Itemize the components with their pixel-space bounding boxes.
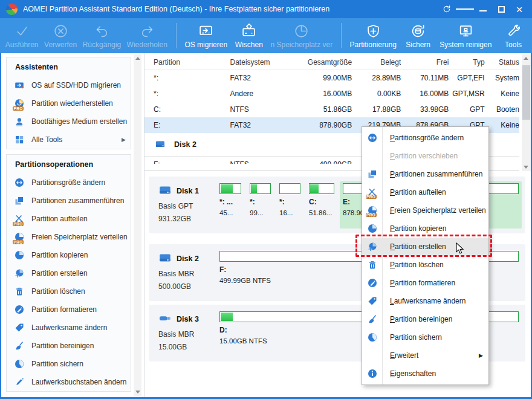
sidebar-item-label: Partition bereinigen xyxy=(31,342,94,350)
context-menu-item-partitionen-zusammenf-hren[interactable]: Partitionen zusammenführen xyxy=(362,165,488,183)
table-scrollbar[interactable] xyxy=(522,54,531,171)
toolbar-button-sichern[interactable]: Sichern xyxy=(400,19,437,53)
sidebar-item-partition-formatieren[interactable]: Partition formatieren xyxy=(7,300,131,319)
partition-block-[interactable]: *:99... xyxy=(247,181,274,229)
context-menu-item-partitionsgr-e-ndern[interactable]: Partitionsgröße ändern xyxy=(362,129,488,147)
merge-partitions-icon xyxy=(368,169,377,179)
table-row-[interactable]: *:Andere16.00MB0.00KB16.00MBGPT,MSRKeine xyxy=(144,86,519,102)
minimize-button[interactable] xyxy=(474,1,492,18)
sidebar-item-freien-speicherplatz-verteilen[interactable]: PROFreien Speicherplatz verteilen xyxy=(7,228,131,246)
sidebar-item-partition-sichern[interactable]: Partition sichern xyxy=(7,355,131,373)
sidebar-item-label: Partition aufteilen xyxy=(31,215,88,223)
column-header-used[interactable]: Belegt xyxy=(352,58,401,66)
sidebar-item-partition-bereinigen[interactable]: Partition bereinigen xyxy=(7,337,131,355)
partition-label: *: xyxy=(250,198,271,206)
toolbar-button-label: Ausführen xyxy=(5,41,39,49)
sidebar-item-partitionsgr-e-ndern[interactable]: Partitionsgröße ändern xyxy=(7,174,131,192)
sidebar-item-bootf-higes-medium-erstellen[interactable]: Bootfähiges Medium erstellen xyxy=(7,112,131,131)
column-header-status[interactable]: Status xyxy=(485,58,519,66)
sidebar-item-partition-l-schen[interactable]: Partition löschen xyxy=(7,282,131,300)
context-menu-item-label: Partition bereinigen xyxy=(382,315,452,323)
toolbar-button-partitionierung[interactable]: Partitionierung xyxy=(347,19,400,53)
sidebar-item-partition-kopieren[interactable]: Partition kopieren xyxy=(7,246,131,264)
change-label-icon xyxy=(368,296,377,306)
cell-partition: *: xyxy=(154,89,230,98)
sidebar-section-title: Partitionsoperationen xyxy=(7,155,131,174)
maximize-button[interactable] xyxy=(492,1,510,18)
pro-badge: PRO xyxy=(366,213,377,217)
disk-info: Disk 1Basis GPT931.32GB xyxy=(149,177,216,233)
sidebar-item-laufwerksbuchstaben-ndern[interactable]: Laufwerksbuchstaben ändern xyxy=(7,373,131,391)
context-menu-item-partition-formatieren[interactable]: Partition formatieren xyxy=(362,274,488,292)
table-row-[interactable]: *:FAT3299.00MB28.89MB70.11MBGPT,EFISyste… xyxy=(144,70,519,86)
sidebar-item-partition-wiederherstellen[interactable]: PROPartition wiederherstellen xyxy=(7,94,131,112)
cell-used: 28.89MB xyxy=(352,74,401,82)
scroll-up-icon[interactable] xyxy=(522,54,530,62)
scroll-down-icon[interactable] xyxy=(134,388,141,396)
sidebar-item-partition-aufteilen[interactable]: PROPartition aufteilen xyxy=(7,210,131,228)
scroll-down-icon[interactable] xyxy=(522,163,530,171)
column-header-filesystem[interactable]: Dateisystem xyxy=(230,58,296,66)
toolbar-button-wiederholen[interactable]: Wiederholen xyxy=(124,19,170,53)
sidebar-item-laufwerksname-ndern[interactable]: Laufwerksname ändern xyxy=(7,319,131,337)
redo-icon xyxy=(140,22,155,39)
chevron-right-icon: ▶ xyxy=(479,352,483,358)
sidebar-scrollbar[interactable] xyxy=(134,54,141,396)
context-menu-item-partition-l-schen[interactable]: Partition löschen xyxy=(362,256,488,274)
cell-partition: E: xyxy=(154,121,230,129)
context-menu-item-partition-verschieben[interactable]: Partition verschieben xyxy=(362,147,488,165)
column-header-total[interactable]: Gesamtgröße xyxy=(296,58,352,66)
partition-label: *: xyxy=(279,198,300,206)
toolbar-button-n-speicherplatz-ver[interactable]: n Speicherplatz ver xyxy=(268,19,336,53)
column-header-partition[interactable]: Partition xyxy=(154,58,230,66)
toolbar-button-tools[interactable]: Tools xyxy=(495,19,532,53)
context-menu-item-erweitert[interactable]: Erweitert▶ xyxy=(362,346,488,365)
cell-filesystem: NTFS xyxy=(230,105,296,114)
usage-bar-fill xyxy=(221,184,233,193)
change-label-icon xyxy=(362,296,382,306)
refresh-icon[interactable] xyxy=(438,1,456,18)
app-logo-icon xyxy=(6,4,18,15)
scrollbar-thumb[interactable] xyxy=(522,65,530,120)
format-partition-icon xyxy=(15,305,25,315)
discard-icon xyxy=(53,22,68,39)
context-menu-item-partition-bereinigen[interactable]: Partition bereinigen xyxy=(362,310,488,328)
partition-block-[interactable]: *: ...45... xyxy=(216,181,244,229)
context-menu-item-partition-aufteilen[interactable]: PROPartition aufteilen xyxy=(362,183,488,201)
sidebar-item-partition-erstellen[interactable]: Partition erstellen xyxy=(7,264,131,282)
chevron-right-icon: ▶ xyxy=(122,137,126,143)
toolbar-separator xyxy=(341,23,342,48)
toolbar-button-os-migrieren[interactable]: OS migrieren xyxy=(182,19,230,53)
disk-name: Disk 2 xyxy=(177,255,199,263)
sidebar-section: AssistentenOS auf SSD/HDD migrierenPROPa… xyxy=(6,57,131,149)
context-menu-item-eigenschaften[interactable]: Eigenschaften xyxy=(362,365,488,383)
menu-icon[interactable] xyxy=(456,1,474,18)
toolbar: AusführenVerwerfenRückgängigWiederholenO… xyxy=(0,18,532,53)
partition-block-[interactable]: *:16... xyxy=(276,181,303,229)
column-header-free[interactable]: Frei xyxy=(401,58,449,66)
toolbar-button-r-ckg-ngig[interactable]: Rückgängig xyxy=(80,19,124,53)
toolbar-button-system-reinigen[interactable]: System reinigen xyxy=(437,19,495,53)
backup-partition-icon xyxy=(362,332,382,342)
partition-block-C[interactable]: C:51.86... xyxy=(306,181,337,229)
toolbar-button-verwerfen[interactable]: Verwerfen xyxy=(41,19,80,53)
toolbar-button-ausf-hren[interactable]: Ausführen xyxy=(2,19,41,53)
column-header-type[interactable]: Typ xyxy=(449,58,484,66)
scroll-up-icon[interactable] xyxy=(134,54,141,62)
sidebar-item-partitionen-zusammenf-hren[interactable]: Partitionen zusammenführen xyxy=(7,192,131,210)
partition-size: 45... xyxy=(219,209,241,216)
sidebar-item-alle-tools[interactable]: Alle Tools▶ xyxy=(7,131,131,149)
merge-partitions-icon xyxy=(15,196,25,206)
context-menu-item-laufwerksname-ndern[interactable]: Laufwerksname ändern xyxy=(362,292,488,310)
sidebar-item-label: Freien Speicherplatz verteilen xyxy=(31,233,128,241)
sidebar-item-os-auf-ssd-hdd-migrieren[interactable]: OS auf SSD/HDD migrieren xyxy=(7,76,131,94)
cell-total: 878.90GB xyxy=(296,121,352,129)
table-row-C[interactable]: C:NTFS51.86GB17.88GB33.98GBGPTBooten xyxy=(144,102,519,117)
close-button[interactable]: × xyxy=(510,1,528,18)
context-menu-item-partition-sichern[interactable]: Partition sichern xyxy=(362,328,488,346)
sidebar-item-label: Partition erstellen xyxy=(31,269,88,277)
sidebar-item-label: Partition löschen xyxy=(31,287,85,296)
context-menu-item-label: Partition löschen xyxy=(382,261,444,269)
context-menu-item-freien-speicherplatz-verteilen[interactable]: PROFreien Speicherplatz verteilen xyxy=(362,201,488,219)
toolbar-button-wischen[interactable]: Wischen xyxy=(230,19,268,53)
